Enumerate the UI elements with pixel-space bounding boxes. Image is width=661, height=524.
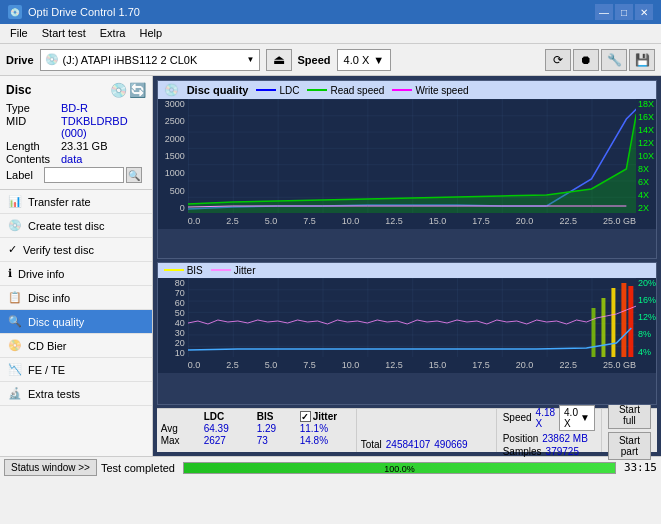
bottom-chart-body: 8070605040302010 20%16%12%8%4% bbox=[158, 278, 656, 373]
bottom-y-left: 8070605040302010 bbox=[158, 278, 188, 357]
bis-col-header: BIS bbox=[257, 411, 292, 422]
drive-toolbar: Drive 💿 (J:) ATAPI iHBS112 2 CL0K ▼ ⏏ Sp… bbox=[0, 44, 661, 76]
toolbar-btn-3[interactable]: 🔧 bbox=[601, 49, 627, 71]
drive-icon: 💿 bbox=[45, 53, 59, 66]
samples-label: Samples bbox=[503, 446, 542, 457]
menu-starttest[interactable]: Start test bbox=[36, 26, 92, 41]
chart-title: Disc quality bbox=[187, 84, 249, 96]
status-time: 33:15 bbox=[624, 461, 657, 474]
position-value: 23862 MB bbox=[542, 433, 588, 444]
start-full-button[interactable]: Start full bbox=[608, 401, 651, 429]
nav-items: 📊 Transfer rate 💿 Create test disc ✓ Ver… bbox=[0, 190, 152, 406]
nav-fe-te[interactable]: 📉 FE / TE bbox=[0, 358, 152, 382]
toolbar-btn-4[interactable]: 💾 bbox=[629, 49, 655, 71]
contents-label: Contents bbox=[6, 153, 61, 165]
type-label: Type bbox=[6, 102, 61, 114]
top-y-left: 300025002000150010005000 bbox=[158, 99, 188, 213]
jitter-check[interactable]: ✓ Jitter bbox=[300, 411, 337, 422]
label-input[interactable] bbox=[44, 167, 124, 183]
start-part-button[interactable]: Start part bbox=[608, 432, 651, 460]
avg-bis: 1.29 bbox=[257, 423, 292, 434]
read-speed-legend: Read speed bbox=[307, 85, 384, 96]
verify-test-disc-icon: ✓ bbox=[8, 243, 17, 256]
position-label: Position bbox=[503, 433, 539, 444]
speed-dropdown[interactable]: 4.0 X ▼ bbox=[559, 405, 595, 431]
maximize-button[interactable]: □ bbox=[615, 4, 633, 20]
nav-disc-info[interactable]: 📋 Disc info bbox=[0, 286, 152, 310]
start-buttons: Start full Start part bbox=[602, 409, 657, 452]
nav-create-test-disc[interactable]: 💿 Create test disc bbox=[0, 214, 152, 238]
stats-main: LDC BIS ✓ Jitter Avg 64.39 1.29 11.1% Ma… bbox=[157, 409, 357, 452]
svg-rect-3 bbox=[591, 308, 595, 357]
nav-disc-quality[interactable]: 🔍 Disc quality bbox=[0, 310, 152, 334]
nav-transfer-rate[interactable]: 📊 Transfer rate bbox=[0, 190, 152, 214]
jitter-label: Jitter bbox=[234, 265, 256, 276]
minimize-button[interactable]: — bbox=[595, 4, 613, 20]
jitter-checkbox[interactable]: ✓ bbox=[300, 411, 311, 422]
top-chart-svg bbox=[188, 99, 636, 213]
label-text: Label bbox=[6, 169, 44, 181]
nav-drive-info[interactable]: ℹ Drive info bbox=[0, 262, 152, 286]
status-text: Test completed bbox=[101, 462, 175, 474]
drive-select[interactable]: 💿 (J:) ATAPI iHBS112 2 CL0K ▼ bbox=[40, 49, 260, 71]
speed-select[interactable]: 4.0 X ▼ bbox=[337, 49, 392, 71]
max-ldc: 2627 bbox=[204, 435, 249, 446]
eject-button[interactable]: ⏏ bbox=[266, 49, 292, 71]
type-value: BD-R bbox=[61, 102, 88, 114]
main-content: 💿 Disc quality LDC Read speed Write spee… bbox=[153, 76, 661, 456]
app-icon: 💿 bbox=[8, 5, 22, 19]
close-button[interactable]: ✕ bbox=[635, 4, 653, 20]
max-jitter: 14.8% bbox=[300, 435, 328, 446]
toolbar-btn-2[interactable]: ⏺ bbox=[573, 49, 599, 71]
top-chart-body: 300025002000150010005000 18X16X14X12X10X… bbox=[158, 99, 656, 229]
transfer-rate-label: Transfer rate bbox=[28, 196, 91, 208]
contents-value: data bbox=[61, 153, 82, 165]
cd-bier-icon: 📀 bbox=[8, 339, 22, 352]
avg-jitter: 11.1% bbox=[300, 423, 328, 434]
disc-info-label: Disc info bbox=[28, 292, 70, 304]
create-test-disc-icon: 💿 bbox=[8, 219, 22, 232]
avg-ldc: 64.39 bbox=[204, 423, 249, 434]
max-row-label: Max bbox=[161, 435, 196, 446]
speed-value: 4.18 X bbox=[536, 407, 555, 429]
ldc-label: LDC bbox=[279, 85, 299, 96]
svg-rect-5 bbox=[611, 288, 615, 357]
progress-text: 100.0% bbox=[384, 464, 415, 474]
mid-label: MID bbox=[6, 115, 61, 139]
ldc-col-header: LDC bbox=[204, 411, 249, 422]
total-bis: 490669 bbox=[434, 439, 467, 450]
extra-tests-icon: 🔬 bbox=[8, 387, 22, 400]
bottom-chart-svg bbox=[188, 278, 636, 357]
total-row-label: Total bbox=[361, 439, 382, 450]
speed-dropdown-arrow: ▼ bbox=[580, 412, 590, 423]
write-speed-label: Write speed bbox=[415, 85, 468, 96]
mid-value: TDKBLDRBD (000) bbox=[61, 115, 146, 139]
nav-verify-test-disc[interactable]: ✓ Verify test disc bbox=[0, 238, 152, 262]
top-y-right: 18X16X14X12X10X8X6X4X2X bbox=[636, 99, 656, 213]
disc-icon-2[interactable]: 🔄 bbox=[129, 82, 146, 98]
nav-cd-bier[interactable]: 📀 CD Bier bbox=[0, 334, 152, 358]
bis-label: BIS bbox=[187, 265, 203, 276]
label-button[interactable]: 🔍 bbox=[126, 167, 142, 183]
stats-col-empty bbox=[161, 411, 196, 422]
fe-te-icon: 📉 bbox=[8, 363, 22, 376]
title-bar: 💿 Opti Drive Control 1.70 — □ ✕ bbox=[0, 0, 661, 24]
stats-bar: LDC BIS ✓ Jitter Avg 64.39 1.29 11.1% Ma… bbox=[157, 408, 657, 452]
toolbar-btn-1[interactable]: ⟳ bbox=[545, 49, 571, 71]
menu-file[interactable]: File bbox=[4, 26, 34, 41]
jitter-col-header: Jitter bbox=[313, 411, 337, 422]
cd-bier-label: CD Bier bbox=[28, 340, 67, 352]
length-label: Length bbox=[6, 140, 61, 152]
status-window-button[interactable]: Status window >> bbox=[4, 459, 97, 476]
bottom-x-axis: 0.02.55.07.510.012.515.017.520.022.525.0… bbox=[188, 357, 636, 373]
extra-tests-label: Extra tests bbox=[28, 388, 80, 400]
length-value: 23.31 GB bbox=[61, 140, 107, 152]
menu-help[interactable]: Help bbox=[133, 26, 168, 41]
nav-extra-tests[interactable]: 🔬 Extra tests bbox=[0, 382, 152, 406]
disc-quality-icon: 🔍 bbox=[8, 315, 22, 328]
disc-icon-1[interactable]: 💿 bbox=[110, 82, 127, 98]
menu-extra[interactable]: Extra bbox=[94, 26, 132, 41]
speed-label: Speed bbox=[298, 54, 331, 66]
progress-bar-container: 100.0% bbox=[183, 462, 616, 474]
samples-value: 379725 bbox=[546, 446, 579, 457]
